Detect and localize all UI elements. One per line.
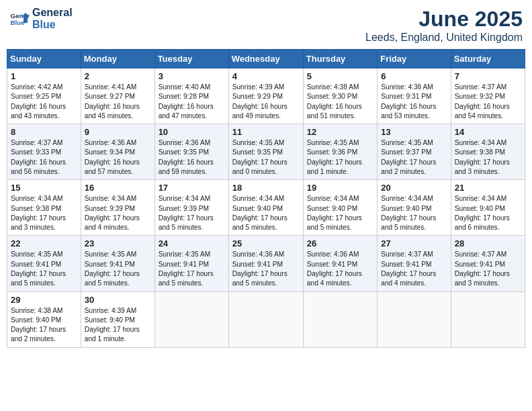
day-number: 9 [85,127,151,137]
day-number: 27 [381,238,447,248]
day-info: Sunrise: 4:36 AM Sunset: 9:34 PM Dayligh… [85,138,151,177]
weekday-header-tuesday: Tuesday [154,50,228,68]
day-info: Sunrise: 4:38 AM Sunset: 9:30 PM Dayligh… [307,83,373,121]
day-number: 29 [11,295,77,305]
day-number: 3 [159,71,225,81]
calendar-cell: 26Sunrise: 4:36 AM Sunset: 9:41 PM Dayli… [303,236,377,291]
week-row-3: 15Sunrise: 4:34 AM Sunset: 9:38 PM Dayli… [7,180,525,236]
day-info: Sunrise: 4:34 AM Sunset: 9:40 PM Dayligh… [307,194,373,232]
day-info: Sunrise: 4:37 AM Sunset: 9:33 PM Dayligh… [11,138,77,177]
day-info: Sunrise: 4:34 AM Sunset: 9:40 PM Dayligh… [455,194,521,232]
calendar-cell: 11Sunrise: 4:35 AM Sunset: 9:35 PM Dayli… [228,124,303,180]
day-info: Sunrise: 4:41 AM Sunset: 9:27 PM Dayligh… [85,83,151,121]
calendar-cell: 12Sunrise: 4:35 AM Sunset: 9:36 PM Dayli… [303,124,377,180]
calendar-cell: 29Sunrise: 4:38 AM Sunset: 9:40 PM Dayli… [7,291,81,347]
week-row-1: 1Sunrise: 4:42 AM Sunset: 9:25 PM Daylig… [7,68,525,124]
day-number: 17 [159,183,225,193]
calendar-cell: 5Sunrise: 4:38 AM Sunset: 9:30 PM Daylig… [303,68,377,124]
calendar-cell: 27Sunrise: 4:37 AM Sunset: 9:41 PM Dayli… [378,236,451,291]
calendar-cell: 28Sunrise: 4:37 AM Sunset: 9:41 PM Dayli… [451,236,525,291]
day-number: 4 [232,71,300,81]
weekday-header-saturday: Saturday [451,50,525,68]
day-info: Sunrise: 4:38 AM Sunset: 9:31 PM Dayligh… [381,83,447,121]
day-info: Sunrise: 4:37 AM Sunset: 9:32 PM Dayligh… [455,83,521,121]
week-row-5: 29Sunrise: 4:38 AM Sunset: 9:40 PM Dayli… [7,291,525,347]
calendar-cell: 3Sunrise: 4:40 AM Sunset: 9:28 PM Daylig… [154,68,228,124]
day-info: Sunrise: 4:34 AM Sunset: 9:40 PM Dayligh… [232,194,300,232]
calendar-cell: 19Sunrise: 4:34 AM Sunset: 9:40 PM Dayli… [303,180,377,236]
calendar-cell [154,291,228,347]
location: Leeds, England, United Kingdom [365,32,523,44]
calendar-cell: 18Sunrise: 4:34 AM Sunset: 9:40 PM Dayli… [228,180,303,236]
calendar-cell: 16Sunrise: 4:34 AM Sunset: 9:39 PM Dayli… [81,180,154,236]
calendar-cell: 13Sunrise: 4:35 AM Sunset: 9:37 PM Dayli… [378,124,451,180]
day-number: 12 [307,127,373,137]
calendar-cell: 6Sunrise: 4:38 AM Sunset: 9:31 PM Daylig… [378,68,451,124]
day-number: 2 [85,71,151,81]
title-block: June 2025 Leeds, England, United Kingdom [365,7,523,44]
day-info: Sunrise: 4:34 AM Sunset: 9:40 PM Dayligh… [381,194,447,232]
weekday-header-wednesday: Wednesday [228,50,303,68]
day-number: 1 [11,71,77,81]
day-number: 25 [232,238,300,248]
calendar-cell [378,291,451,347]
day-info: Sunrise: 4:36 AM Sunset: 9:35 PM Dayligh… [159,138,225,177]
day-number: 21 [455,183,521,193]
calendar-cell [228,291,303,347]
day-number: 8 [11,127,77,137]
logo-general: General [32,7,73,19]
day-info: Sunrise: 4:34 AM Sunset: 9:38 PM Dayligh… [11,194,77,232]
calendar-cell: 15Sunrise: 4:34 AM Sunset: 9:38 PM Dayli… [7,180,81,236]
day-number: 30 [85,295,151,305]
weekday-header-monday: Monday [81,50,154,68]
day-number: 19 [307,183,373,193]
day-number: 11 [232,127,300,137]
calendar-cell: 30Sunrise: 4:39 AM Sunset: 9:40 PM Dayli… [81,291,154,347]
day-number: 6 [381,71,447,81]
weekday-header-sunday: Sunday [7,50,81,68]
weekday-header-row: SundayMondayTuesdayWednesdayThursdayFrid… [7,50,525,68]
day-info: Sunrise: 4:38 AM Sunset: 9:40 PM Dayligh… [11,306,77,345]
logo-blue: Blue [32,19,73,31]
month-title: June 2025 [365,7,523,32]
logo-icon: General Blue [9,9,30,29]
day-info: Sunrise: 4:36 AM Sunset: 9:41 PM Dayligh… [307,250,373,288]
day-info: Sunrise: 4:40 AM Sunset: 9:28 PM Dayligh… [159,83,225,121]
calendar-cell: 8Sunrise: 4:37 AM Sunset: 9:33 PM Daylig… [7,124,81,180]
day-info: Sunrise: 4:36 AM Sunset: 9:41 PM Dayligh… [232,250,300,288]
calendar-cell: 24Sunrise: 4:35 AM Sunset: 9:41 PM Dayli… [154,236,228,291]
day-number: 14 [455,127,521,137]
calendar-cell: 17Sunrise: 4:34 AM Sunset: 9:39 PM Dayli… [154,180,228,236]
calendar-cell: 9Sunrise: 4:36 AM Sunset: 9:34 PM Daylig… [81,124,154,180]
day-number: 7 [455,71,521,81]
day-number: 15 [11,183,77,193]
day-info: Sunrise: 4:34 AM Sunset: 9:39 PM Dayligh… [85,194,151,232]
day-info: Sunrise: 4:35 AM Sunset: 9:41 PM Dayligh… [159,250,225,288]
page-header: General Blue General Blue June 2025 Leed… [7,7,525,44]
calendar-cell [303,291,377,347]
day-number: 10 [159,127,225,137]
day-number: 18 [232,183,300,193]
day-info: Sunrise: 4:34 AM Sunset: 9:38 PM Dayligh… [455,138,521,177]
calendar-cell: 22Sunrise: 4:35 AM Sunset: 9:41 PM Dayli… [7,236,81,291]
day-info: Sunrise: 4:34 AM Sunset: 9:39 PM Dayligh… [159,194,225,232]
week-row-4: 22Sunrise: 4:35 AM Sunset: 9:41 PM Dayli… [7,236,525,291]
calendar-table: SundayMondayTuesdayWednesdayThursdayFrid… [7,49,525,348]
day-number: 24 [159,238,225,248]
logo: General Blue General Blue [9,7,73,32]
day-number: 20 [381,183,447,193]
day-number: 28 [455,238,521,248]
day-number: 5 [307,71,373,81]
day-number: 23 [85,238,151,248]
calendar-cell: 7Sunrise: 4:37 AM Sunset: 9:32 PM Daylig… [451,68,525,124]
day-info: Sunrise: 4:39 AM Sunset: 9:40 PM Dayligh… [85,306,151,345]
calendar-cell: 4Sunrise: 4:39 AM Sunset: 9:29 PM Daylig… [228,68,303,124]
day-number: 26 [307,238,373,248]
day-info: Sunrise: 4:42 AM Sunset: 9:25 PM Dayligh… [11,83,77,121]
day-info: Sunrise: 4:35 AM Sunset: 9:35 PM Dayligh… [232,138,300,177]
calendar-cell: 23Sunrise: 4:35 AM Sunset: 9:41 PM Dayli… [81,236,154,291]
weekday-header-friday: Friday [378,50,451,68]
day-info: Sunrise: 4:39 AM Sunset: 9:29 PM Dayligh… [232,83,300,121]
calendar-cell [451,291,525,347]
day-info: Sunrise: 4:37 AM Sunset: 9:41 PM Dayligh… [381,250,447,288]
